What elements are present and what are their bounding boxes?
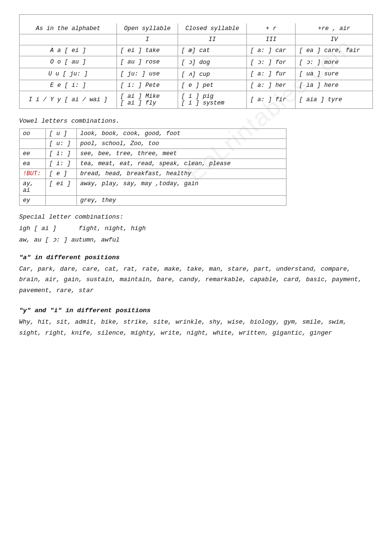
col1-header: As in the alphabet (20, 23, 117, 34)
phoneme-ay: [ ei ] (46, 179, 77, 195)
examples-oo2: pool, school, Zoo, too (77, 138, 286, 148)
row-a-closed: [ æ] cat (178, 45, 247, 56)
col4-header: + r (247, 23, 296, 34)
combo-ea: ea (20, 158, 46, 168)
table-header-row: As in the alphabet Open syllable Closed … (20, 23, 373, 34)
row-o-open: [ au ] rose (117, 56, 178, 68)
row-o-label: O o [ au ] (20, 56, 117, 68)
row-i-closed: [ i ] pig [ i ] system (178, 91, 247, 108)
examples-oo1: look, book, cook, good, foot (77, 128, 286, 138)
special-combo-block: igh [ ai ] fight, night, high aw, au [ ɔ… (19, 223, 373, 245)
row-e-r: [ a: ] her (247, 80, 296, 91)
combo-oo2 (20, 138, 46, 148)
table-row: U u [ ju: ] [ ju: ] use [ ʌ] cup [ a: ] … (20, 68, 373, 80)
row-u-re: [ ua ] sure (296, 68, 373, 80)
roman-1: I (117, 34, 178, 45)
examples-ay: away, play, say, may ,today, gain (77, 179, 286, 195)
phoneme-ey (46, 195, 77, 205)
special-line-2: aw, au [ ɔ: ] autumn, awful (19, 235, 373, 245)
row-a-open: [ ei ] take (117, 45, 178, 56)
list-item: oo [ u ] look, book, cook, good, foot (20, 128, 286, 138)
row-i-re: [ aia ] tyre (296, 91, 373, 108)
combo-ey: ey (20, 195, 46, 205)
roman-row: I II III IV (20, 34, 373, 45)
combo-ee: ee (20, 148, 46, 158)
row-u-r: [ a: ] fur (247, 68, 296, 80)
row-o-re: [ ɔ: ] more (296, 56, 373, 68)
phoneme-ee: [ i: ] (46, 148, 77, 158)
row-u-closed: [ ʌ] cup (178, 68, 247, 80)
row-e-closed: [ e ] pet (178, 80, 247, 91)
table-row: E e [ i: ] [ i: ] Pete [ e ] pet [ a: ] … (20, 80, 373, 91)
row-u-open: [ ju: ] use (117, 68, 178, 80)
roman-3: III (247, 34, 296, 45)
row-a-label: A a [ ei ] (20, 45, 117, 56)
list-item: ey grey, they (20, 195, 286, 205)
phoneme-oo2: [ u: ] (46, 138, 77, 148)
row-e-open: [ i: ] Pete (117, 80, 178, 91)
table-row: A a [ ei ] [ ei ] take [ æ] cat [ a: ] c… (20, 45, 373, 56)
col3-header: Closed syllable (178, 23, 247, 34)
combo-but: !BUT: (20, 168, 46, 179)
section-a-heading: "a" in different positions (19, 254, 373, 261)
examples-ea: tea, meat, eat, read, speak, clean, plea… (77, 158, 286, 168)
row-i-open: [ ai ] Mike [ ai ] fly (117, 91, 178, 108)
vowel-combo-table: oo [ u ] look, book, cook, good, foot [ … (19, 128, 286, 206)
examples-ee: see, bee, tree, three, meet (77, 148, 286, 158)
row-i-r: [ a: ] fir (247, 91, 296, 108)
list-item: ee [ i: ] see, bee, tree, three, meet (20, 148, 286, 158)
combo-oo: oo (20, 128, 46, 138)
list-item: [ u: ] pool, school, Zoo, too (20, 138, 286, 148)
list-item: !BUT: [ e ] bread, head, breakfast, heal… (20, 168, 286, 179)
table-row: O o [ au ] [ au ] rose [ ɔ] dog [ ɔ: ] f… (20, 56, 373, 68)
list-item: ea [ i: ] tea, meat, eat, read, speak, c… (20, 158, 286, 168)
row-o-r: [ ɔ: ] for (247, 56, 296, 68)
list-item: ay, ai [ ei ] away, play, say, may ,toda… (20, 179, 286, 195)
col2-header: Open syllable (117, 23, 178, 34)
aw-text: aw, au [ ɔ: ] autumn, awful (19, 236, 120, 243)
section-a-words: Car, park, dare, care, cat, rat, rate, m… (19, 264, 373, 296)
special-combo-title: Special letter combinations: (19, 213, 373, 221)
vowel-combo-title: Vowel letters combinations. (19, 117, 373, 125)
roman-2: II (178, 34, 247, 45)
row-u-label: U u [ ju: ] (20, 68, 117, 80)
table-row: I i / Y y [ ai / wai ] [ ai ] Mike [ ai … (20, 91, 373, 108)
main-vowel-table: As in the alphabet Open syllable Closed … (19, 14, 373, 109)
special-line-1: igh [ ai ] fight, night, high (19, 223, 373, 234)
combo-ay: ay, ai (20, 179, 46, 195)
examples-but: bread, head, breakfast, healthy (77, 168, 286, 179)
phoneme-ea: [ i: ] (46, 158, 77, 168)
row-a-r: [ a: ] car (247, 45, 296, 56)
row-a-re: [ ea ] care, fair (296, 45, 373, 56)
phoneme-oo1: [ u ] (46, 128, 77, 138)
phoneme-but: [ e ] (46, 168, 77, 179)
col5-header: +re , air (296, 23, 373, 34)
examples-ey: grey, they (77, 195, 286, 205)
row-e-label: E e [ i: ] (20, 80, 117, 91)
row-o-closed: [ ɔ] dog (178, 56, 247, 68)
row-e-re: [ ia ] here (296, 80, 373, 91)
igh-text: igh [ ai ] fight, night, high (19, 225, 146, 232)
section-yi-heading: "y" and "i" in different positions (19, 307, 373, 314)
row-i-label: I i / Y y [ ai / wai ] (20, 91, 117, 108)
roman-4: IV (296, 34, 373, 45)
section-yi-words: Why, hit, sit, admit, bike, strike, site… (19, 317, 373, 339)
